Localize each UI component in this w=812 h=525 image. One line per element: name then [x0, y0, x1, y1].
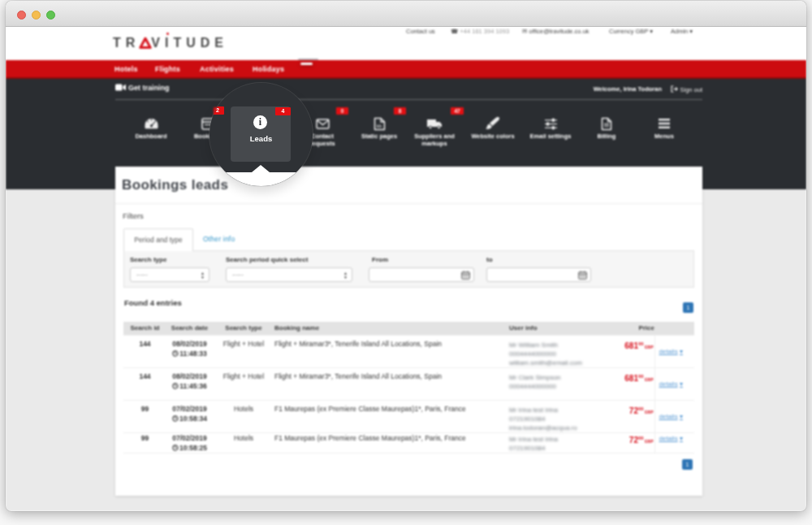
- svg-text:kb: kb: [376, 123, 382, 128]
